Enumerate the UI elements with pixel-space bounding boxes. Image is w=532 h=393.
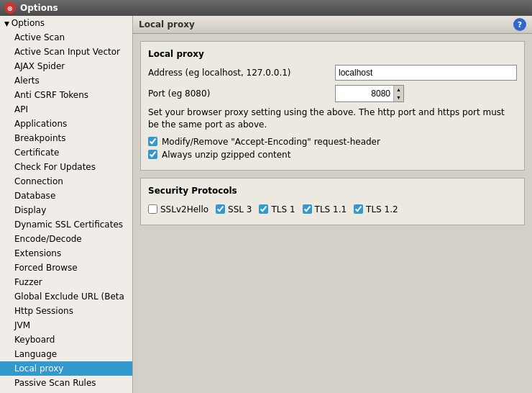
sidebar-item-anti-csrf[interactable]: Anti CSRF Tokens bbox=[0, 88, 132, 102]
checkbox-modify-accept[interactable] bbox=[148, 137, 157, 146]
protocol-label-tls11: TLS 1.1 bbox=[315, 204, 347, 214]
port-up-button[interactable]: ▲ bbox=[394, 86, 403, 94]
address-input[interactable] bbox=[335, 65, 517, 81]
sidebar-item-applications[interactable]: Applications bbox=[0, 117, 132, 131]
sidebar-item-global-exclude[interactable]: Global Exclude URL (Beta bbox=[0, 289, 132, 304]
protocol-checkbox-tls12[interactable] bbox=[354, 204, 363, 214]
port-label: Port (eg 8080) bbox=[148, 89, 335, 99]
port-input-wrapper: ▲ ▼ bbox=[335, 85, 404, 102]
window-title: Options bbox=[20, 3, 58, 13]
protocol-checkbox-sslv2[interactable] bbox=[148, 204, 157, 214]
main-layout: OptionsActive ScanActive Scan Input Vect… bbox=[0, 16, 532, 393]
address-label: Address (eg localhost, 127.0.0.1) bbox=[148, 68, 335, 78]
sidebar-item-forced-browse[interactable]: Forced Browse bbox=[0, 261, 132, 275]
sidebar-item-breakpoints[interactable]: Breakpoints bbox=[0, 131, 132, 145]
local-proxy-section-title: Local proxy bbox=[148, 49, 517, 59]
checkbox-row-modify-accept: Modify/Remove "Accept-Encoding" request-… bbox=[148, 137, 517, 147]
sidebar-item-fuzzer[interactable]: Fuzzer bbox=[0, 275, 132, 289]
protocol-item-tls12: TLS 1.2 bbox=[354, 204, 398, 214]
checkbox-label-always-unzip: Always unzip gzipped content bbox=[162, 150, 290, 160]
proxy-checkboxes: Modify/Remove "Accept-Encoding" request-… bbox=[148, 137, 517, 160]
sidebar-item-passive-scan-rules[interactable]: Passive Scan Rules bbox=[0, 376, 132, 390]
sidebar-item-dynamic-ssl[interactable]: Dynamic SSL Certificates bbox=[0, 217, 132, 232]
protocol-item-sslv2: SSLv2Hello bbox=[148, 204, 208, 214]
help-button[interactable]: ? bbox=[513, 18, 526, 31]
port-spinner[interactable]: ▲ ▼ bbox=[393, 86, 403, 101]
sidebar-item-alerts[interactable]: Alerts bbox=[0, 73, 132, 88]
protocol-item-tls11: TLS 1.1 bbox=[303, 204, 347, 214]
checkbox-label-modify-accept: Modify/Remove "Accept-Encoding" request-… bbox=[162, 137, 380, 147]
protocol-item-tls1: TLS 1 bbox=[259, 204, 295, 214]
protocol-label-ssl3: SSL 3 bbox=[228, 204, 252, 214]
protocol-item-ssl3: SSL 3 bbox=[216, 204, 252, 214]
protocol-label-tls1: TLS 1 bbox=[271, 204, 295, 214]
panel-content: Local proxy Address (eg localhost, 127.0… bbox=[133, 34, 532, 393]
sidebar-item-ajax-spider[interactable]: AJAX Spider bbox=[0, 59, 132, 73]
sidebar-item-check-updates[interactable]: Check For Updates bbox=[0, 160, 132, 174]
sidebar-item-options-root[interactable]: Options bbox=[0, 16, 132, 30]
protocol-checkbox-tls11[interactable] bbox=[303, 204, 312, 214]
sidebar-item-http-sessions[interactable]: Http Sessions bbox=[0, 304, 132, 318]
protocol-label-tls12: TLS 1.2 bbox=[366, 204, 398, 214]
app-icon: ⊗ bbox=[4, 2, 16, 14]
sidebar-item-passive-scan-tags[interactable]: Passive Scan Tags bbox=[0, 390, 132, 393]
protocol-label-sslv2: SSLv2Hello bbox=[160, 204, 208, 214]
checkbox-always-unzip[interactable] bbox=[148, 150, 157, 159]
sidebar-item-api[interactable]: API bbox=[0, 102, 132, 117]
port-input[interactable] bbox=[336, 86, 393, 101]
sidebar: OptionsActive ScanActive Scan Input Vect… bbox=[0, 16, 133, 393]
sidebar-item-local-proxy[interactable]: Local proxy bbox=[0, 361, 132, 376]
security-title: Security Protocols bbox=[148, 186, 517, 196]
sidebar-item-keyboard[interactable]: Keyboard bbox=[0, 333, 132, 347]
protocol-checkbox-ssl3[interactable] bbox=[216, 204, 225, 214]
checkbox-row-always-unzip: Always unzip gzipped content bbox=[148, 150, 517, 160]
sidebar-item-extensions[interactable]: Extensions bbox=[0, 246, 132, 261]
sidebar-item-database[interactable]: Database bbox=[0, 189, 132, 203]
panel-title: Local proxy bbox=[139, 19, 195, 30]
sidebar-item-active-scan[interactable]: Active Scan bbox=[0, 30, 132, 45]
sidebar-item-connection[interactable]: Connection bbox=[0, 174, 132, 189]
security-section: Security Protocols SSLv2HelloSSL 3TLS 1T… bbox=[140, 178, 525, 225]
sidebar-item-language[interactable]: Language bbox=[0, 347, 132, 361]
port-down-button[interactable]: ▼ bbox=[394, 94, 403, 101]
content-area: Local proxy ? Local proxy Address (eg lo… bbox=[133, 16, 532, 393]
sidebar-item-certificate[interactable]: Certificate bbox=[0, 145, 132, 160]
sidebar-item-jvm[interactable]: JVM bbox=[0, 318, 132, 333]
panel-header: Local proxy ? bbox=[133, 16, 532, 34]
sidebar-item-active-scan-input[interactable]: Active Scan Input Vector bbox=[0, 45, 132, 59]
protocols-row: SSLv2HelloSSL 3TLS 1TLS 1.1TLS 1.2 bbox=[148, 202, 517, 217]
port-row: Port (eg 8080) ▲ ▼ bbox=[148, 85, 517, 102]
sidebar-scroll[interactable]: OptionsActive ScanActive Scan Input Vect… bbox=[0, 16, 132, 393]
proxy-info-text: Set your browser proxy setting using the… bbox=[148, 107, 517, 131]
sidebar-item-encode-decode[interactable]: Encode/Decode bbox=[0, 232, 132, 246]
sidebar-item-display[interactable]: Display bbox=[0, 203, 132, 217]
local-proxy-section: Local proxy Address (eg localhost, 127.0… bbox=[140, 41, 525, 171]
protocol-checkbox-tls1[interactable] bbox=[259, 204, 268, 214]
title-bar: ⊗ Options bbox=[0, 0, 532, 16]
address-row: Address (eg localhost, 127.0.0.1) bbox=[148, 65, 517, 81]
